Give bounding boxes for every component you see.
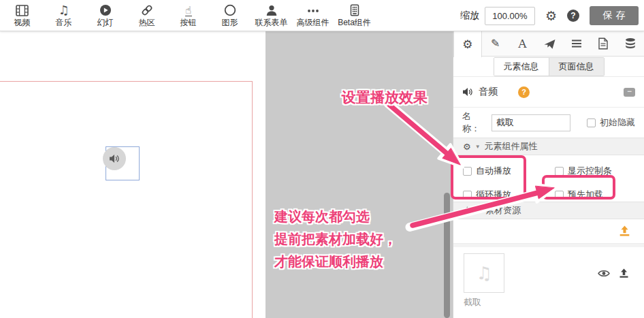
- panel-tab-database[interactable]: [617, 31, 644, 56]
- panel-tab-text[interactable]: A: [509, 31, 536, 56]
- prop-show-controls: 显示控制条: [555, 164, 634, 178]
- prop-loop: 循环播放: [463, 188, 555, 202]
- gear-icon: ⚙: [463, 142, 471, 151]
- music-note-icon: ♫: [476, 263, 492, 283]
- person-icon: [265, 3, 278, 16]
- grid-icon: [349, 3, 361, 16]
- panel-tab-gear[interactable]: ⚙: [453, 31, 482, 57]
- collapse-minus-icon[interactable]: −: [624, 88, 635, 97]
- asset-name: 截取: [464, 296, 504, 308]
- toolbar-item-label: 音乐: [56, 17, 72, 29]
- asset-thumbnail[interactable]: ♫: [464, 253, 504, 293]
- toolbar-item-label: Beta组件: [338, 17, 371, 29]
- replace-upload-icon[interactable]: [619, 268, 629, 279]
- film-icon: [16, 3, 29, 16]
- toolbar-item-label: 按钮: [180, 17, 197, 29]
- tab-page-info[interactable]: 页面信息: [549, 58, 604, 76]
- component-props-title: 元素组件属性: [485, 140, 538, 153]
- show-controls-label: 显示控制条: [568, 165, 612, 177]
- toolbar-item-label: 视频: [14, 17, 31, 29]
- preview-eye-icon[interactable]: [598, 269, 610, 278]
- audio-section-header: 音频 ? −: [453, 77, 644, 108]
- hand-pointer-icon: ☝: [185, 3, 192, 16]
- initial-hidden-label: 初始隐藏: [600, 116, 635, 129]
- toolbar-item-music[interactable]: ♫ 音乐: [43, 0, 84, 31]
- tab-element-info[interactable]: 元素信息: [494, 58, 549, 76]
- toolbar-item-label: 高级组件: [297, 17, 329, 29]
- audio-help-icon[interactable]: ?: [518, 86, 530, 98]
- toolbar-item-video[interactable]: 视频: [1, 0, 43, 31]
- name-row: 名称： 初始隐藏: [453, 108, 644, 138]
- toolbar-item-advanced[interactable]: 高级组件: [292, 0, 334, 31]
- save-button[interactable]: 保存: [590, 6, 639, 25]
- link-icon: [141, 3, 153, 16]
- music-note-icon: ♫: [58, 3, 69, 16]
- toolbar-item-shape[interactable]: 图形: [209, 0, 251, 31]
- pencil-icon: ✎: [491, 37, 500, 50]
- autoplay-label: 自动播放: [476, 165, 511, 177]
- panel-tab-document[interactable]: [590, 31, 617, 56]
- zoom-label: 缩放: [460, 10, 479, 22]
- upload-icon: [463, 206, 472, 215]
- loop-label: 循环播放: [476, 189, 511, 201]
- text-icon: A: [518, 37, 526, 50]
- assets-section-title: 素材资源: [485, 204, 521, 217]
- prop-autoplay: 自动播放: [463, 164, 555, 178]
- chevron-down-icon: ▼: [475, 144, 481, 150]
- toolbar-item-label: 联系表单: [255, 17, 288, 29]
- app-root: 视频 ♫ 音乐 幻灯 热区 ☝: [0, 0, 644, 318]
- panel-icon-tabs: ⚙ ✎ A: [453, 31, 644, 57]
- panel-tab-pencil[interactable]: ✎: [482, 31, 509, 56]
- toolbar-item-contact-form[interactable]: 联系表单: [251, 0, 292, 31]
- paper-plane-icon: [543, 38, 556, 50]
- speaker-icon: [109, 154, 120, 163]
- properties-panel: ⚙ ✎ A 元素信息 页面信息 音频 ?: [453, 31, 644, 318]
- toolbar-item-label: 幻灯: [97, 17, 114, 29]
- speaker-icon: [462, 87, 473, 97]
- autoplay-checkbox[interactable]: [463, 167, 472, 176]
- audio-element-circle: [103, 147, 126, 170]
- help-icon[interactable]: ?: [567, 10, 579, 22]
- play-circle-icon: [99, 3, 112, 16]
- info-tabs: 元素信息 页面信息: [453, 57, 644, 77]
- show-controls-checkbox[interactable]: [555, 167, 564, 176]
- audio-section-title: 音频: [479, 86, 498, 98]
- preload-label: 预先加载: [568, 189, 603, 201]
- ellipsis-icon: [306, 3, 320, 16]
- canvas-audio-element[interactable]: [106, 146, 140, 180]
- component-props-header[interactable]: ⚙ ▼ 元素组件属性: [453, 138, 644, 155]
- prop-preload: 预先加载: [555, 188, 634, 202]
- assets-section-header[interactable]: ▼ 素材资源: [453, 202, 644, 219]
- toolbar-item-hotspot[interactable]: 热区: [126, 0, 167, 31]
- workspace-background: [265, 31, 453, 318]
- component-props-grid: 自动播放 显示控制条 循环播放 预先加载: [453, 155, 644, 202]
- toolbar-right: 缩放 ⚙ ? 保存: [460, 0, 639, 31]
- asset-item: ♫ 截取: [453, 247, 644, 308]
- asset-upload-row: [453, 219, 644, 244]
- toolbar-item-slideshow[interactable]: 幻灯: [84, 0, 126, 31]
- canvas-scrollbar[interactable]: [444, 193, 450, 318]
- preload-checkbox[interactable]: [555, 191, 564, 200]
- toolbar-item-beta[interactable]: Beta组件: [334, 0, 375, 31]
- panel-tab-menu[interactable]: [563, 31, 590, 56]
- initial-hidden-checkbox[interactable]: [587, 118, 596, 127]
- panel-tab-send[interactable]: [536, 31, 563, 56]
- document-icon: [598, 37, 609, 50]
- loop-checkbox[interactable]: [463, 191, 472, 200]
- name-label: 名称：: [462, 110, 487, 135]
- database-icon: [624, 37, 637, 50]
- chevron-down-icon: ▼: [476, 208, 481, 214]
- settings-gear-icon[interactable]: ⚙: [545, 8, 557, 24]
- toolbar-item-label: 图形: [222, 17, 238, 29]
- editor-page-area[interactable]: [0, 31, 265, 318]
- page-boundary: [0, 81, 253, 318]
- circle-icon: [224, 3, 236, 16]
- menu-icon: [571, 39, 582, 48]
- top-toolbar: 视频 ♫ 音乐 幻灯 热区 ☝: [0, 0, 644, 31]
- upload-icon: [619, 225, 630, 237]
- element-name-input[interactable]: [492, 114, 570, 131]
- upload-asset-button[interactable]: [619, 225, 630, 237]
- toolbar-items: 视频 ♫ 音乐 幻灯 热区 ☝: [0, 0, 375, 31]
- toolbar-item-button[interactable]: ☝ 按钮: [167, 0, 209, 31]
- zoom-input[interactable]: [485, 7, 535, 25]
